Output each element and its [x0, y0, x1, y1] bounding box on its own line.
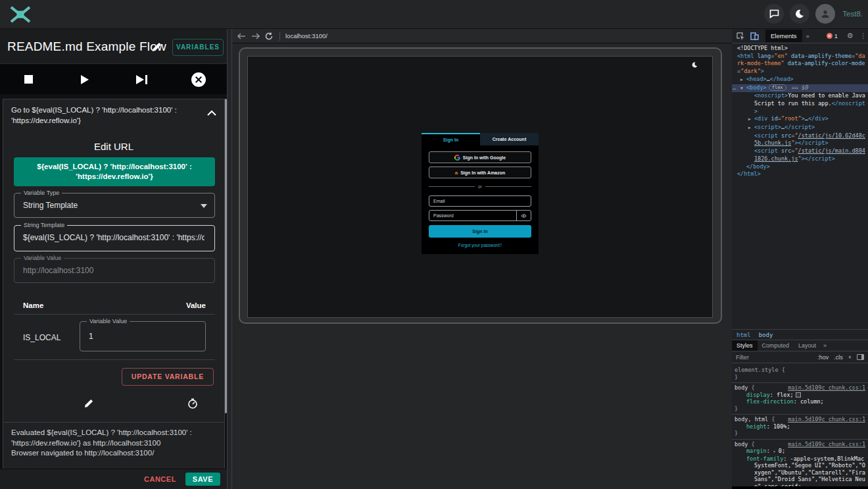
flow-sidebar: README.md Example Flow VARIABLES Go to $…	[0, 29, 228, 489]
url-bar[interactable]: localhost:3100/	[285, 32, 327, 39]
stylesheet-link[interactable]: main.5d109c_chunk.css:1	[788, 384, 865, 392]
inspect-element-icon[interactable]	[736, 32, 745, 40]
step-header-text: Go to ${eval(IS_LOCAL) ? 'http://localho…	[11, 105, 201, 126]
url-template-banner: ${eval(IS_LOCAL) ? 'http://localhost:310…	[14, 157, 215, 186]
dom-node-line[interactable]: <noscript>You need to enable JavaScript …	[732, 92, 868, 115]
css-rule[interactable]: main.5d109c_chunk.css:1body {margin: ▸ 0…	[732, 440, 868, 487]
breadcrumb-html[interactable]: html	[736, 332, 751, 338]
play-icon	[81, 75, 89, 84]
expand-arrow-icon: ▶	[740, 76, 746, 84]
css-rule[interactable]: main.5d109c_chunk.css:1body, html {heigh…	[732, 415, 868, 440]
string-template-value: ${eval(IS_LOCAL) ? 'http://localhost:310…	[23, 233, 205, 242]
browser-viewport: Sign In Create Account Sign	[232, 44, 732, 489]
dom-node-line[interactable]: </html>	[732, 170, 868, 178]
string-template-input[interactable]: String Template ${eval(IS_LOCAL) ? 'http…	[14, 225, 215, 251]
toggle-classes[interactable]: .cls	[834, 354, 843, 361]
breadcrumb: html body	[732, 329, 868, 340]
dom-node-line[interactable]: <script src="/static/js/10.62d48c5b.chun…	[732, 132, 868, 147]
settings-gear-icon[interactable]: ⚙	[847, 32, 854, 40]
forward-icon[interactable]	[251, 33, 260, 39]
stop-button[interactable]	[0, 75, 57, 84]
back-icon[interactable]	[237, 33, 246, 39]
forgot-password-link[interactable]: Forgot your password?	[422, 243, 539, 247]
sign-in-with-amazon-button[interactable]: a Sign In with Amazon	[429, 167, 531, 178]
save-button[interactable]: SAVE	[185, 473, 220, 486]
dom-node-line[interactable]: ▶<head>…</head>	[732, 76, 868, 84]
feedback-button[interactable]	[764, 4, 784, 24]
css-property[interactable]: font-family: -apple-system,BlinkMacSyste…	[735, 455, 865, 487]
tab-create-account[interactable]: Create Account	[480, 133, 539, 145]
close-circle-icon	[191, 72, 206, 87]
css-property[interactable]: display: flex;	[735, 392, 865, 399]
dom-node-line[interactable]: <!DOCTYPE html>	[732, 45, 868, 53]
skip-next-button[interactable]	[114, 75, 170, 84]
variables-button[interactable]: VARIABLES	[172, 39, 224, 56]
user-avatar[interactable]	[815, 4, 835, 24]
css-rule[interactable]: element.style {}	[732, 365, 868, 383]
browser-toolbar: localhost:3100/	[232, 29, 732, 43]
reflow-logo-icon[interactable]	[9, 5, 32, 24]
update-variable-button[interactable]: UPDATE VARIABLE	[122, 368, 214, 386]
variables-table: Name Value IS_LOCAL Variable Value 1	[14, 297, 215, 360]
sidebar-toggle-icon[interactable]	[857, 354, 864, 360]
device-toolbar-icon[interactable]	[750, 32, 759, 40]
filter-input[interactable]: Filter	[736, 354, 812, 361]
row-variable-value-label: Variable Value	[87, 318, 130, 324]
tab-elements[interactable]: Elements	[765, 30, 802, 42]
dom-node-line[interactable]: ▶<div id="root">…</div>	[732, 115, 868, 124]
dom-node-line[interactable]: ▶<script>…</script>	[732, 124, 868, 132]
google-icon	[454, 155, 460, 161]
dark-mode-toggle[interactable]	[790, 4, 809, 24]
stylesheet-link[interactable]: main.5d109c_chunk.css:1	[788, 441, 865, 448]
more-style-tabs-icon[interactable]: »	[823, 342, 827, 349]
reload-icon[interactable]	[265, 32, 273, 40]
dom-node-line[interactable]: <html lang="en" data-amplify-theme="dark…	[732, 53, 868, 76]
email-field[interactable]: Email	[429, 195, 531, 207]
sign-in-with-google-button[interactable]: Sign In with Google	[429, 151, 531, 163]
css-property[interactable]: flex-direction: column;	[735, 398, 865, 405]
username-label[interactable]: Test8.	[842, 10, 863, 18]
tab-sign-in[interactable]: Sign In	[422, 133, 480, 145]
edit-title-pencil-icon[interactable]	[151, 41, 162, 53]
play-button[interactable]	[57, 75, 113, 84]
breadcrumb-body[interactable]: body	[759, 332, 773, 338]
tab-styles[interactable]: Styles	[732, 340, 758, 351]
close-flow-button[interactable]	[170, 72, 227, 87]
dom-node-line[interactable]: </body>	[732, 163, 868, 171]
dom-node-line[interactable]: <script src="/static/js/main.d8841826.ch…	[732, 147, 868, 163]
show-password-button[interactable]	[516, 211, 531, 220]
css-property[interactable]: margin: ▸ 0;	[735, 448, 865, 455]
stylesheet-link[interactable]: main.5d109c_chunk.css:1	[788, 416, 865, 423]
sign-in-submit-button[interactable]: Sign In	[429, 225, 531, 238]
variable-type-label: Variable Type	[21, 190, 62, 196]
page-frame: Sign In Create Account Sign	[239, 47, 722, 324]
more-tabs-icon[interactable]: »	[806, 33, 809, 39]
timer-icon[interactable]	[187, 398, 198, 409]
chevron-up-icon[interactable]	[207, 110, 216, 116]
page-dark-mode-toggle[interactable]	[688, 59, 700, 70]
flow-title: README.md Example Flow	[7, 39, 166, 54]
tab-computed[interactable]: Computed	[758, 340, 794, 351]
dom-node-line[interactable]: …▼<body>flex == $0	[732, 84, 868, 93]
kebab-menu-icon[interactable]: ⋮	[860, 32, 867, 39]
new-style-rule-button[interactable]: +	[848, 354, 852, 361]
email-placeholder: Email	[433, 199, 445, 203]
error-badge[interactable]: ✕ 1	[827, 33, 838, 39]
row-variable-value-input[interactable]: Variable Value 1	[80, 321, 206, 351]
step-accordion-header[interactable]: Go to ${eval(IS_LOCAL) ? 'http://localho…	[3, 99, 224, 132]
sidebar-scrollbar[interactable]	[225, 99, 227, 413]
step-log: Evaluated ${eval(IS_LOCAL) ? 'http://loc…	[3, 422, 224, 464]
css-rule[interactable]: main.5d109c_chunk.css:1body {display: fl…	[732, 383, 868, 415]
edit-url-title: Edit URL	[3, 141, 224, 152]
edit-step-pencil-icon[interactable]	[84, 398, 94, 409]
chat-bubble-icon	[769, 9, 779, 18]
toggle-hover-state[interactable]: :hov	[817, 354, 829, 361]
variable-type-select[interactable]: Variable Type String Template	[14, 193, 215, 218]
tab-layout[interactable]: Layout	[794, 340, 821, 351]
cancel-button[interactable]: CANCEL	[144, 475, 176, 483]
css-property[interactable]: height: 100%;	[735, 423, 865, 430]
flex-editor-icon[interactable]	[796, 392, 801, 398]
password-field[interactable]: Password	[429, 210, 531, 221]
page-content: Sign In Create Account Sign	[247, 56, 713, 318]
variable-name: IS_LOCAL	[23, 333, 60, 342]
